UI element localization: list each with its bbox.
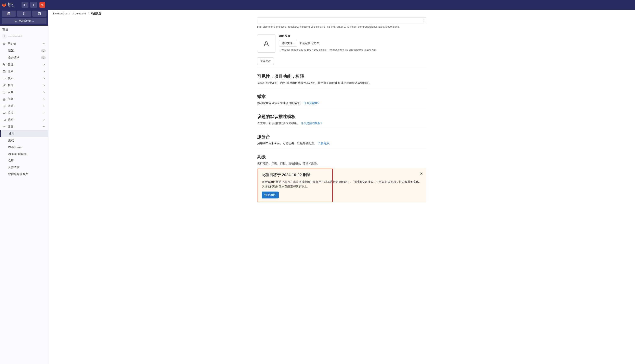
nav-settings-general[interactable]: 通用	[0, 130, 48, 137]
advanced-title: 高级	[257, 154, 426, 160]
gear-icon	[2, 125, 6, 128]
todo-icon	[38, 12, 41, 15]
nav-build[interactable]: 构建	[0, 82, 48, 89]
visibility-title: 可见性，项目功能，权限	[257, 74, 426, 79]
nav-security[interactable]: 安全	[0, 89, 48, 96]
search-icon	[14, 20, 17, 22]
nav-pinned[interactable]: 已钉选	[0, 40, 48, 47]
restore-project-button[interactable]: 恢复项目	[262, 192, 279, 198]
panel-icon	[23, 3, 26, 6]
nav-settings-access-tokens[interactable]: Access tokens	[0, 150, 48, 157]
top-bar: 极狐GitLab 锐	[0, 0, 635, 10]
search-label: 搜索或转到...	[18, 19, 34, 23]
nav-manage[interactable]: 管理	[0, 61, 48, 68]
breadcrumb-group[interactable]: DevSecOps	[53, 12, 67, 15]
nav-settings-merge-requests[interactable]: 合并请求	[0, 164, 48, 171]
avatar-help: The ideal image size is 192 x 192 pixels…	[279, 48, 426, 51]
nav-plan[interactable]: 计划	[0, 68, 48, 75]
rocket-icon	[2, 84, 6, 87]
svg-point-12	[3, 64, 4, 64]
sidebar-header-buttons: 搜索或转到...	[0, 10, 48, 26]
issue-template-title: 议题的默认描述模板	[257, 114, 426, 120]
nav-code[interactable]: 代码	[0, 75, 48, 82]
sidebar-toggle-button[interactable]	[22, 2, 28, 8]
nav-settings-webhooks[interactable]: Webhooks	[0, 144, 48, 150]
todos-button[interactable]	[32, 10, 46, 17]
users-icon	[2, 63, 6, 66]
chevron-right-icon	[42, 90, 46, 94]
merge-icon	[22, 12, 26, 15]
nav-settings-packages[interactable]: 软件包与镜像库	[0, 171, 48, 178]
deploy-icon	[2, 98, 6, 101]
nav-operate[interactable]: 运维	[0, 102, 48, 110]
nav-settings-integrations[interactable]: 集成	[0, 137, 48, 144]
main-content: DevSecOps / ai-deleted-6 / 常规设置 ▴▾ Max s…	[48, 10, 635, 364]
pin-icon	[2, 42, 6, 46]
nav-settings-repository[interactable]: 仓库	[0, 157, 48, 164]
repo-size-input[interactable]	[257, 18, 426, 24]
issues-button[interactable]	[2, 10, 16, 17]
code-icon	[2, 77, 6, 80]
choose-file-button[interactable]: 选择文件...	[279, 40, 297, 46]
advanced-desc: 例行维护、导出、归档、更改路径、传输和删除。	[257, 162, 426, 165]
deletion-alert: 此项目将于 2024-10-02 删除 恢复该项目将防止项目在此日期被删除并恢复…	[257, 168, 426, 202]
svg-line-11	[16, 21, 17, 22]
chevron-down-icon	[42, 42, 46, 46]
nav-analyze[interactable]: 分析	[0, 116, 48, 123]
svg-point-29	[4, 126, 4, 127]
chevron-right-icon	[42, 63, 46, 66]
chevron-right-icon	[42, 77, 46, 80]
svg-point-6	[23, 12, 24, 13]
alert-close-button[interactable]: ✕	[420, 172, 423, 176]
merge-requests-button[interactable]	[17, 10, 31, 17]
alert-text: 恢复该项目将防止项目在此日期被删除并恢复用户对其进行更改的能力。 可以提交存储库…	[262, 180, 422, 189]
gitlab-logo-icon	[2, 2, 6, 7]
repo-size-help: Max size of this project's repository, i…	[257, 25, 426, 28]
svg-rect-4	[8, 12, 10, 15]
chevron-right-icon	[42, 118, 46, 122]
project-context[interactable]: A ai-deleted-6	[0, 34, 48, 40]
service-desk-title: 服务台	[257, 134, 426, 140]
chevron-right-icon	[42, 70, 46, 73]
svg-rect-14	[3, 70, 5, 73]
badges-desc: 添加徽章以显示有关此项目的信息。 什么是徽章?	[257, 101, 426, 105]
badges-title: 徽章	[257, 94, 426, 99]
brand-cn: 极狐	[8, 2, 14, 5]
service-desk-link[interactable]: 了解更多。	[318, 142, 332, 145]
chart-icon	[2, 118, 6, 122]
nav-pinned-issues[interactable]: 议题0	[0, 47, 48, 54]
sidebar-section-project: 项目	[0, 26, 48, 34]
file-status: 未选定任何文件。	[299, 42, 322, 45]
create-new-button[interactable]	[30, 2, 37, 8]
svg-point-13	[4, 64, 5, 64]
nav-deploy[interactable]: 部署	[0, 96, 48, 102]
project-avatar: A	[2, 34, 6, 38]
chevron-right-icon	[42, 98, 46, 101]
logo[interactable]: 极狐GitLab	[2, 2, 14, 8]
search-button[interactable]: 搜索或转到...	[2, 18, 46, 24]
breadcrumb-project[interactable]: ai-deleted-6	[72, 12, 86, 15]
svg-rect-9	[38, 12, 41, 15]
svg-point-8	[24, 14, 25, 15]
svg-point-10	[15, 20, 16, 21]
monitor-icon	[2, 111, 6, 114]
chevron-right-icon	[42, 104, 46, 108]
breadcrumb-page: 常规设置	[90, 12, 101, 15]
save-changes-button[interactable]: 保存更改	[257, 58, 274, 65]
project-avatar-preview: A	[257, 34, 276, 52]
number-spinner[interactable]: ▴▾	[423, 19, 424, 22]
breadcrumb: DevSecOps / ai-deleted-6 / 常规设置	[48, 10, 635, 18]
brand-en: GitLab	[8, 5, 14, 8]
nav-pinned-merge-requests[interactable]: 合并请求0	[0, 54, 48, 61]
nav-settings[interactable]: 设置	[0, 123, 48, 130]
calendar-icon	[2, 70, 6, 73]
user-avatar[interactable]: 锐	[40, 2, 45, 8]
issue-template-link[interactable]: 什么是描述模板?	[301, 122, 322, 125]
badges-link[interactable]: 什么是徽章?	[304, 101, 319, 104]
issue-template-desc: 设置用于新议题的默认描述模板。 什么是描述模板?	[257, 122, 426, 125]
issue-icon	[7, 12, 10, 15]
sidebar: 搜索或转到... 项目 A ai-deleted-6 已钉选 议题0 合并请求0…	[0, 10, 48, 364]
operate-icon	[2, 104, 6, 108]
nav-monitor[interactable]: 监控	[0, 110, 48, 116]
svg-point-21	[4, 106, 4, 106]
